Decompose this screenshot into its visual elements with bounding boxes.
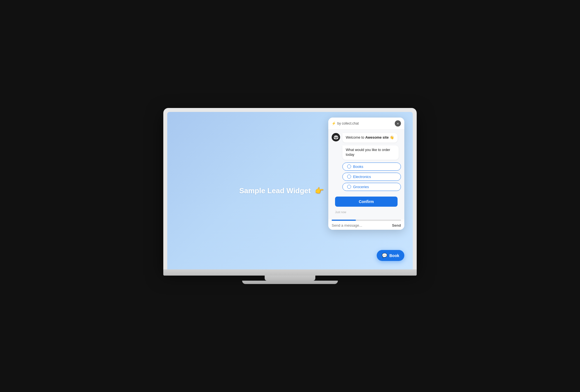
option-books[interactable]: Books [342, 163, 401, 171]
option-label-groceries: Groceries [353, 185, 369, 189]
chat-timestamp: Just now [335, 211, 401, 214]
laptop-stand [265, 276, 315, 281]
option-circle-groceries [347, 185, 351, 189]
chat-header: ⚡ by collect.chat × [328, 118, 404, 130]
welcome-site: Awesome site [365, 136, 389, 139]
send-label: Send [392, 223, 401, 227]
confirm-button[interactable]: Confirm [335, 197, 398, 207]
chat-options: Books Electronics Groceries [342, 163, 401, 191]
order-bubble: What would you like to order today [342, 145, 399, 160]
laptop-foot [242, 281, 338, 284]
welcome-emoji: 👋 [390, 136, 394, 139]
close-button[interactable]: × [395, 120, 401, 127]
chat-widget: ⚡ by collect.chat × 🐼 Welcome to Awesome… [328, 118, 404, 230]
book-fab-icon: 💬 [382, 253, 387, 258]
option-label-electronics: Electronics [353, 175, 371, 179]
option-groceries[interactable]: Groceries [342, 183, 401, 191]
book-fab-label: Book [389, 253, 399, 258]
close-icon: × [397, 122, 399, 125]
laptop-screen: Sample Lead Widget 👉 ⚡ by collect.chat × [167, 112, 413, 269]
option-circle-books [347, 165, 351, 168]
chat-messages: 🐼 Welcome to Awesome site 👋 What would y… [328, 130, 404, 220]
send-button[interactable]: Send [392, 223, 401, 227]
brand-label: by collect.chat [337, 121, 359, 125]
chat-brand: ⚡ by collect.chat [332, 121, 359, 125]
order-question-text: What would you like to order today [346, 148, 390, 157]
bot-avatar: 🐼 [332, 133, 340, 141]
chat-input-row: Send [328, 221, 404, 230]
option-label-books: Books [353, 165, 363, 169]
option-electronics[interactable]: Electronics [342, 173, 401, 181]
book-fab-button[interactable]: 💬 Book [377, 250, 404, 261]
timestamp-text: Just now [335, 211, 346, 214]
welcome-message-row: 🐼 Welcome to Awesome site 👋 [332, 133, 401, 143]
laptop-base [163, 269, 417, 276]
message-input[interactable] [332, 223, 390, 227]
laptop-wrapper: Sample Lead Widget 👉 ⚡ by collect.chat × [163, 108, 417, 284]
brand-emoji: ⚡ [332, 121, 336, 125]
order-question-row: What would you like to order today [332, 145, 401, 160]
hero-text: Sample Lead Widget 👉 [239, 186, 324, 195]
laptop-screen-outer: Sample Lead Widget 👉 ⚡ by collect.chat × [163, 108, 417, 269]
welcome-prefix: Welcome to [346, 136, 365, 139]
hero-text-content: Sample Lead Widget [239, 186, 311, 195]
confirm-label: Confirm [359, 199, 374, 204]
hero-emoji: 👉 [315, 186, 324, 195]
welcome-bubble: Welcome to Awesome site 👋 [342, 133, 398, 143]
option-circle-electronics [347, 175, 351, 179]
